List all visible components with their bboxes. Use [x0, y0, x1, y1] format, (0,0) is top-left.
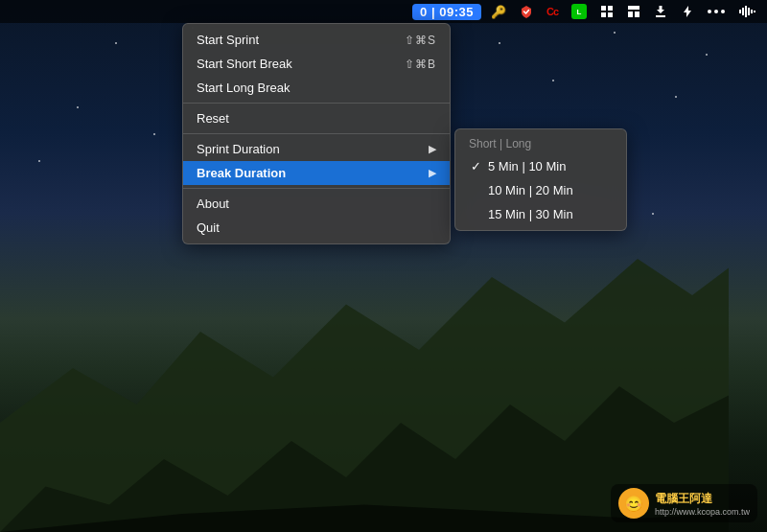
submenu-item-5-10[interactable]: ✓ 5 Min | 10 Min — [455, 154, 626, 178]
svg-marker-12 — [684, 6, 691, 17]
timer-display[interactable]: 0 | 09:35 — [412, 4, 481, 20]
submenu-header: Short | Long — [455, 133, 626, 154]
menubar: 0 | 09:35 🔑 Cc L — [0, 0, 767, 23]
watermark-text: 電腦王阿達 http://www.kcopa.com.tw — [655, 491, 750, 517]
svg-rect-20 — [751, 10, 753, 13]
mcafee-menubar-icon[interactable] — [516, 5, 537, 18]
more-menubar-icon[interactable] — [704, 5, 729, 18]
submenu-item-10-20[interactable]: ✓ 10 Min | 20 Min — [455, 178, 626, 202]
menu-item-start-sprint[interactable]: Start Sprint ⇧⌘S — [183, 28, 450, 52]
submenu-arrow-sprint: ▶ — [429, 143, 436, 155]
svg-rect-19 — [748, 8, 750, 15]
svg-rect-9 — [635, 12, 639, 17]
adobe-menubar-icon[interactable]: Cc — [543, 6, 562, 17]
menu-item-quit[interactable]: Quit — [183, 216, 450, 240]
watermark: 😊 電腦王阿達 http://www.kcopa.com.tw — [611, 484, 757, 522]
svg-rect-8 — [628, 12, 633, 17]
grid-menubar-icon[interactable] — [596, 5, 617, 18]
svg-rect-16 — [739, 10, 741, 13]
separator-3 — [183, 188, 450, 189]
layout-menubar-icon[interactable] — [623, 5, 644, 18]
svg-rect-6 — [608, 12, 613, 17]
bolt-menubar-icon[interactable] — [677, 5, 698, 18]
menu-item-about[interactable]: About — [183, 192, 450, 216]
audio-menubar-icon[interactable] — [734, 5, 759, 18]
download-menubar-icon[interactable] — [650, 5, 671, 18]
svg-point-15 — [721, 10, 725, 13]
svg-rect-3 — [601, 6, 606, 11]
checkmark-5-10: ✓ — [469, 159, 482, 173]
menu-item-sprint-duration[interactable]: Sprint Duration ▶ — [183, 137, 450, 161]
svg-rect-21 — [754, 11, 755, 12]
separator-1 — [183, 103, 450, 104]
svg-rect-10 — [656, 15, 665, 17]
submenu-arrow-break: ▶ — [429, 167, 436, 179]
menu-item-break-duration[interactable]: Break Duration ▶ — [183, 161, 450, 185]
menu-item-start-long-break[interactable]: Start Long Break — [183, 76, 450, 100]
key-menubar-icon[interactable]: 🔑 — [487, 5, 510, 19]
break-duration-submenu: Short | Long ✓ 5 Min | 10 Min ✓ 10 Min |… — [454, 128, 627, 231]
svg-rect-17 — [742, 8, 744, 15]
svg-rect-7 — [628, 6, 639, 10]
svg-marker-11 — [657, 6, 664, 13]
svg-point-13 — [708, 10, 711, 13]
separator-2 — [183, 133, 450, 134]
main-menu: Start Sprint ⇧⌘S Start Short Break ⇧⌘B S… — [182, 23, 451, 244]
svg-point-14 — [714, 10, 718, 13]
context-menu-wrapper: Start Sprint ⇧⌘S Start Short Break ⇧⌘B S… — [182, 23, 627, 244]
submenu-item-15-30[interactable]: ✓ 15 Min | 30 Min — [455, 202, 626, 226]
svg-rect-5 — [601, 12, 606, 17]
svg-rect-4 — [608, 6, 613, 11]
line-menubar-icon[interactable]: L — [568, 4, 591, 19]
menu-item-start-short-break[interactable]: Start Short Break ⇧⌘B — [183, 52, 450, 76]
svg-rect-18 — [745, 6, 747, 17]
watermark-icon: 😊 — [618, 488, 649, 519]
menu-item-reset[interactable]: Reset — [183, 106, 450, 130]
